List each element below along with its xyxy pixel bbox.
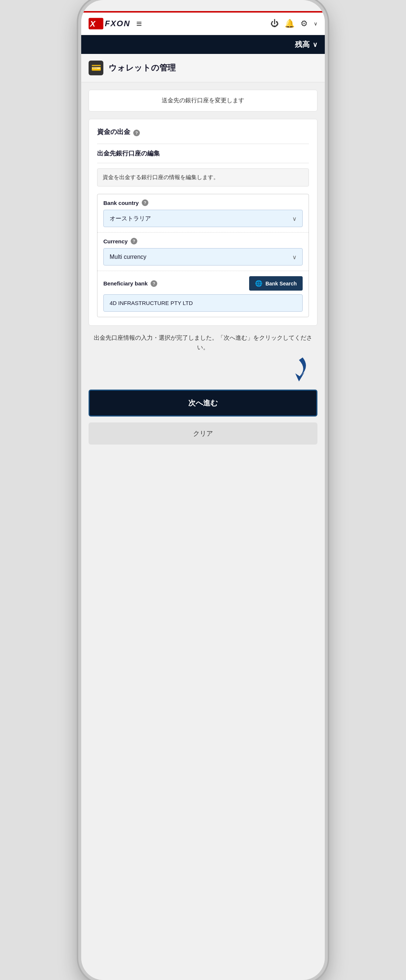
globe-icon: 🌐 (255, 280, 262, 287)
next-button[interactable]: 次へ進む (89, 390, 317, 417)
next-button-label: 次へ進む (188, 399, 218, 407)
navbar-right: ⏻ 🔔 ⚙ ∨ (271, 19, 317, 29)
bank-country-field: Bank country ? オーストラリア 日本 アメリカ イギリス ∨ (97, 194, 309, 232)
currency-select[interactable]: Multi currency AUD USD JPY (103, 248, 303, 266)
balance-bar[interactable]: 残高 ∨ (81, 35, 325, 54)
logo-text: FXON (105, 19, 130, 29)
bank-country-label: Bank country ? (103, 199, 303, 206)
bell-icon[interactable]: 🔔 (285, 19, 295, 29)
beneficiary-bank-field: Beneficiary bank ? 🌐 Bank Search (97, 271, 309, 317)
logo[interactable]: X FXON (89, 18, 130, 30)
info-card: 送金先の銀行口座を変更します (89, 90, 317, 111)
beneficiary-bank-help[interactable]: ? (151, 280, 157, 287)
balance-label: 残高 (295, 40, 310, 49)
currency-field: Currency ? Multi currency AUD USD JPY ∨ (97, 232, 309, 271)
section-title: 資金の出金 (97, 127, 130, 136)
bank-search-button[interactable]: 🌐 Bank Search (249, 276, 303, 291)
bottom-info-text: 出金先口座情報の入力・選択が完了しました。「次へ進む」をクリックしてください。 (94, 334, 312, 350)
wallet-icon: 💳 (89, 60, 103, 75)
logo-icon: X (89, 18, 103, 30)
navbar: X FXON ≡ ⏻ 🔔 ⚙ ∨ (81, 13, 325, 35)
arrow-container (81, 356, 310, 386)
clear-button[interactable]: クリア (89, 422, 317, 445)
page-title: ウォレットの管理 (108, 62, 176, 73)
section-title-help[interactable]: ? (133, 130, 140, 136)
currency-label: Currency ? (103, 238, 303, 245)
section-divider-1 (97, 144, 309, 144)
phone-notch (166, 0, 240, 11)
arrow-down-icon (281, 356, 310, 386)
bank-country-select-wrapper: オーストラリア 日本 アメリカ イギリス ∨ (103, 210, 303, 227)
bottom-info: 出金先口座情報の入力・選択が完了しました。「次へ進む」をクリックしてください。 (89, 333, 317, 352)
section-divider-2 (97, 163, 309, 163)
bank-country-select[interactable]: オーストラリア 日本 アメリカ イギリス (103, 210, 303, 227)
currency-help[interactable]: ? (131, 238, 137, 245)
gear-icon[interactable]: ⚙ (300, 19, 308, 29)
bank-country-help[interactable]: ? (142, 199, 148, 206)
currency-select-wrapper: Multi currency AUD USD JPY ∨ (103, 248, 303, 266)
section-description: 資金を出金する銀行口座の情報を編集します。 (97, 169, 309, 186)
bank-search-label: Bank Search (265, 281, 297, 286)
clear-button-label: クリア (193, 430, 213, 437)
power-icon[interactable]: ⏻ (271, 19, 279, 29)
section-subtitle: 出金先銀行口座の編集 (97, 150, 160, 157)
beneficiary-bank-label: Beneficiary bank ? 🌐 Bank Search (103, 276, 303, 291)
svg-text:X: X (90, 19, 96, 29)
navbar-left: X FXON ≡ (89, 18, 142, 30)
beneficiary-bank-input[interactable] (103, 294, 303, 312)
main-content: 資金の出金 ? 出金先銀行口座の編集 資金を出金する銀行口座の情報を編集します。… (89, 119, 317, 326)
page-header: 💳 ウォレットの管理 (81, 54, 325, 82)
phone-frame: X FXON ≡ ⏻ 🔔 ⚙ ∨ 残高 ∨ 💳 ウォレットの管理 送金先の銀行口… (81, 0, 325, 980)
balance-chevron: ∨ (312, 41, 317, 49)
info-card-text: 送金先の銀行口座を変更します (162, 97, 244, 103)
hamburger-icon[interactable]: ≡ (136, 18, 142, 30)
chevron-down-icon[interactable]: ∨ (314, 21, 317, 27)
form-section: Bank country ? オーストラリア 日本 アメリカ イギリス ∨ (97, 194, 309, 317)
